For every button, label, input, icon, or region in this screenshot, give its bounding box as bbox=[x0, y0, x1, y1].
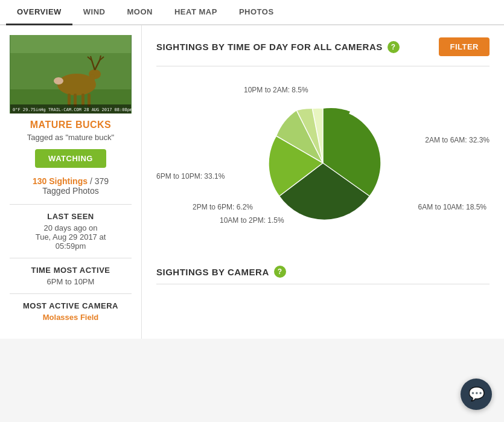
tab-photos[interactable]: PHOTOS bbox=[228, 0, 285, 25]
tab-overview[interactable]: OVERVIEW bbox=[6, 0, 72, 25]
pie-labels: 10PM to 2AM: 8.5% 2AM to 6AM: 32.3% 6PM … bbox=[156, 78, 490, 248]
sightings-camera-header: SIGHTINGS BY CAMERA ? bbox=[156, 266, 490, 278]
tab-wind[interactable]: WIND bbox=[72, 0, 116, 25]
time-active-label: TIME MOST ACTIVE bbox=[10, 266, 132, 275]
sidebar: 0°F 29.75inHg TRAIL-CAM.COM 28 AUG 2017 … bbox=[0, 25, 142, 339]
animal-name: MATURE BUCKS bbox=[10, 120, 132, 130]
time-active-value: 6PM to 10PM bbox=[10, 277, 132, 286]
sightings-time-header: SIGHTINGS BY TIME OF DAY FOR ALL CAMERAS… bbox=[156, 37, 490, 56]
tab-heatmap[interactable]: HEAT MAP bbox=[164, 0, 228, 25]
svg-point-16 bbox=[54, 77, 63, 85]
svg-rect-8 bbox=[81, 94, 85, 106]
svg-rect-5 bbox=[90, 74, 95, 85]
photos-label: Tagged Photos bbox=[42, 186, 98, 196]
sightings-row: 130 Sightings / 379 Tagged Photos bbox=[10, 176, 132, 196]
sightings-camera-help-icon[interactable]: ? bbox=[274, 266, 286, 278]
section-divider-2 bbox=[156, 284, 490, 284]
svg-rect-6 bbox=[68, 94, 71, 106]
most-active-camera-label: MOST ACTIVE CAMERA bbox=[10, 301, 132, 310]
sightings-link[interactable]: 130 Sightings bbox=[33, 176, 88, 186]
label-6pm-10pm: 6PM to 10PM: 33.1% bbox=[156, 172, 225, 181]
most-active-camera-value: Molasses Field bbox=[10, 313, 132, 322]
label-6am-10am: 6AM to 10AM: 18.5% bbox=[418, 203, 486, 211]
tab-moon[interactable]: MOON bbox=[116, 0, 164, 25]
content-area: SIGHTINGS BY TIME OF DAY FOR ALL CAMERAS… bbox=[142, 25, 504, 339]
watching-button[interactable]: WATCHING bbox=[35, 149, 106, 168]
most-active-camera-block: MOST ACTIVE CAMERA Molasses Field bbox=[10, 301, 132, 322]
animal-photo: 0°F 29.75inHg TRAIL-CAM.COM 28 AUG 2017 … bbox=[10, 35, 132, 113]
divider-2 bbox=[10, 258, 132, 258]
svg-text:0°F 29.75inHg  TRAIL-CAM.COM  : 0°F 29.75inHg TRAIL-CAM.COM 28 AUG 2017 … bbox=[13, 107, 132, 112]
sightings-camera-title: SIGHTINGS BY CAMERA ? bbox=[156, 266, 286, 278]
last-seen-block: LAST SEEN 20 days ago on Tue, Aug 29 201… bbox=[10, 212, 132, 251]
divider-3 bbox=[10, 293, 132, 294]
section-divider-1 bbox=[156, 66, 490, 66]
photos-count: / 379 bbox=[90, 176, 109, 186]
label-2pm-6pm: 2PM to 6PM: 6.2% bbox=[193, 203, 253, 211]
time-active-block: TIME MOST ACTIVE 6PM to 10PM bbox=[10, 266, 132, 286]
sightings-time-title-text: SIGHTINGS BY TIME OF DAY FOR ALL CAMERAS bbox=[156, 42, 383, 52]
label-10pm-2am: 10PM to 2AM: 8.5% bbox=[244, 86, 308, 94]
pie-chart-area: 10PM to 2AM: 8.5% 2AM to 6AM: 32.3% 6PM … bbox=[156, 78, 490, 248]
tab-bar: OVERVIEW WIND MOON HEAT MAP PHOTOS bbox=[0, 0, 504, 25]
label-10am-2pm: 10AM to 2PM: 1.5% bbox=[220, 216, 284, 225]
label-2am-6am: 2AM to 6AM: 32.3% bbox=[425, 136, 490, 144]
divider-1 bbox=[10, 204, 132, 205]
sightings-camera-title-text: SIGHTINGS BY CAMERA bbox=[156, 267, 269, 277]
last-seen-days: 20 days ago on bbox=[10, 223, 132, 232]
sightings-time-title: SIGHTINGS BY TIME OF DAY FOR ALL CAMERAS… bbox=[156, 41, 400, 53]
last-seen-date: Tue, Aug 29 2017 at bbox=[10, 232, 132, 241]
sightings-time-help-icon[interactable]: ? bbox=[388, 41, 400, 53]
tagged-as-label: Tagged as "mature buck" bbox=[10, 133, 132, 142]
main-layout: 0°F 29.75inHg TRAIL-CAM.COM 28 AUG 2017 … bbox=[0, 25, 504, 339]
last-seen-label: LAST SEEN bbox=[10, 212, 132, 221]
filter-button[interactable]: FILTER bbox=[439, 37, 490, 56]
last-seen-time: 05:59pm bbox=[10, 241, 132, 251]
